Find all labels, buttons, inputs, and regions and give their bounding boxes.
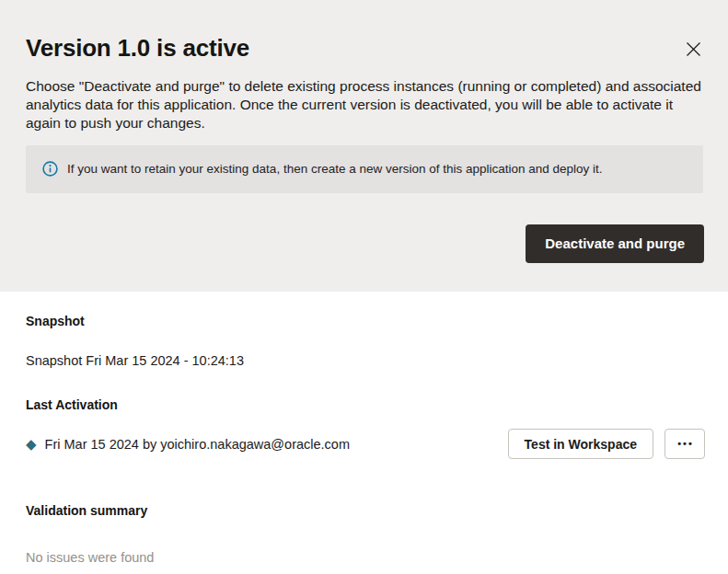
last-activation-info: ◆ Fri Mar 15 2024 by yoichiro.nakagawa@o… (26, 437, 350, 452)
last-activation-value: Fri Mar 15 2024 by yoichiro.nakagawa@ora… (45, 437, 350, 452)
dialog-actions: Deactivate and purge (26, 224, 704, 263)
info-banner: If you want to retain your existing data… (26, 145, 703, 193)
version-dialog: Version 1.0 is active Choose "Deactivate… (0, 0, 728, 574)
deactivate-and-purge-button[interactable]: Deactivate and purge (526, 224, 704, 263)
snapshot-heading: Snapshot (26, 314, 704, 328)
close-button[interactable] (683, 39, 704, 60)
last-activation-heading: Last Activation (26, 397, 704, 412)
dialog-details: Snapshot Snapshot Fri Mar 15 2024 - 10:2… (0, 292, 728, 565)
info-banner-text: If you want to retain your existing data… (67, 161, 603, 177)
close-icon (685, 40, 702, 58)
dialog-header: Version 1.0 is active Choose "Deactivate… (0, 0, 728, 292)
dialog-description: Choose "Deactivate and purge" to delete … (26, 77, 704, 132)
validation-summary-value: No issues were found (26, 550, 704, 565)
last-activation-row: ◆ Fri Mar 15 2024 by yoichiro.nakagawa@o… (26, 429, 705, 459)
dialog-title-row: Version 1.0 is active (26, 35, 704, 62)
info-icon (42, 161, 58, 177)
last-activation-buttons: Test in Workspace ••• (508, 429, 705, 459)
test-in-workspace-button[interactable]: Test in Workspace (508, 429, 653, 459)
snapshot-value: Snapshot Fri Mar 15 2024 - 10:24:13 (26, 353, 704, 368)
ellipsis-icon: ••• (676, 439, 694, 449)
active-version-diamond-icon: ◆ (26, 437, 37, 451)
more-actions-button[interactable]: ••• (664, 429, 705, 459)
dialog-title: Version 1.0 is active (26, 35, 249, 62)
validation-summary-heading: Validation summary (26, 503, 704, 518)
